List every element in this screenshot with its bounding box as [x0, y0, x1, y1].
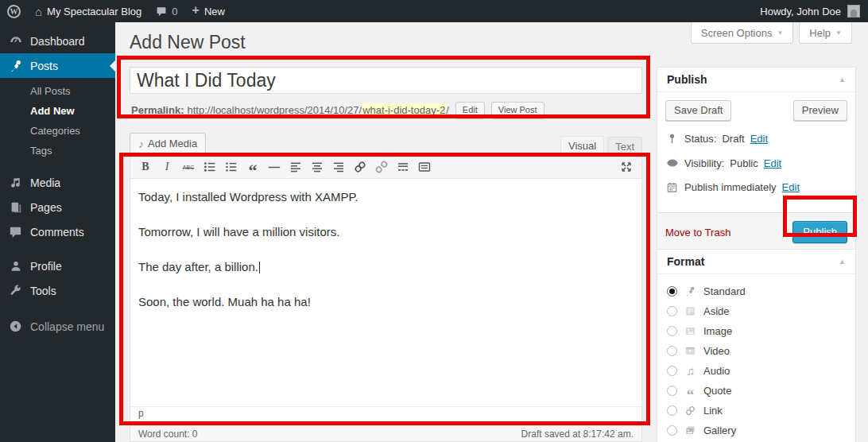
- sidebar-subitem-add-new[interactable]: Add New: [0, 101, 115, 121]
- move-to-trash-link[interactable]: Move to Trash: [665, 227, 730, 238]
- new-content-menu[interactable]: + New: [185, 0, 232, 22]
- home-icon: ⌂: [35, 6, 42, 17]
- italic-icon[interactable]: I: [157, 158, 176, 176]
- link-icon: [684, 405, 697, 417]
- edit-permalink-button[interactable]: Edit: [455, 102, 485, 118]
- sidebar-subitem-categories[interactable]: Categories: [0, 121, 115, 141]
- format-panel: Format ▲ Standard Aside: [657, 249, 856, 442]
- sidebar-subitem-tags[interactable]: Tags: [0, 141, 115, 161]
- radio-link[interactable]: [667, 405, 677, 416]
- sidebar-collapse-menu[interactable]: Collapse menu: [0, 314, 115, 339]
- publish-panel-title: Publish: [667, 73, 707, 86]
- page-title: Add New Post: [130, 32, 246, 53]
- media-icon: ♪: [138, 138, 144, 149]
- screen-options-label: Screen Options: [701, 27, 773, 39]
- radio-aside[interactable]: [667, 306, 677, 316]
- publish-button[interactable]: Publish: [792, 221, 847, 243]
- remove-link-icon[interactable]: [372, 158, 391, 176]
- align-right-icon[interactable]: [329, 158, 348, 176]
- sidebar-item-pages[interactable]: Pages: [0, 195, 115, 219]
- format-option-aside[interactable]: Aside: [667, 301, 846, 321]
- howdy-user[interactable]: Howdy, John Doe: [760, 6, 841, 17]
- edit-status-link[interactable]: Edit: [750, 133, 768, 145]
- sidebar-item-label: Pages: [30, 201, 62, 214]
- format-option-standard[interactable]: Standard: [667, 281, 846, 301]
- add-media-button[interactable]: ♪ Add Media: [130, 133, 206, 154]
- editor-toolbar: B I ABC “ —: [130, 156, 641, 179]
- publish-panel-header[interactable]: Publish ▲: [657, 68, 855, 92]
- radio-quote[interactable]: [667, 386, 677, 396]
- tab-text[interactable]: Text: [607, 137, 642, 156]
- comment-bubble-icon: [8, 225, 23, 238]
- post-status-icon: [665, 133, 679, 145]
- distraction-free-icon[interactable]: [617, 158, 636, 176]
- format-option-audio[interactable]: ♫ Audio: [667, 361, 846, 381]
- edit-schedule-link[interactable]: Edit: [782, 181, 800, 193]
- sidebar-item-tools[interactable]: Tools: [0, 278, 115, 303]
- site-link[interactable]: ⌂ My Spectacular Blog: [28, 0, 149, 22]
- blockquote-icon[interactable]: “: [243, 158, 262, 176]
- comments-shortcut[interactable]: 0: [149, 0, 184, 22]
- save-draft-button[interactable]: Save Draft: [665, 100, 731, 121]
- format-panel-header[interactable]: Format ▲: [657, 250, 855, 274]
- collapse-toggle-icon[interactable]: ▲: [839, 258, 846, 266]
- align-center-icon[interactable]: [308, 158, 327, 176]
- permalink-slug[interactable]: what-i-did-today-2: [362, 103, 446, 117]
- comments-count: 0: [172, 6, 177, 17]
- sidebar-item-dashboard[interactable]: Dashboard: [0, 29, 115, 53]
- edit-visibility-link[interactable]: Edit: [764, 157, 781, 169]
- pushpin-icon: [8, 59, 23, 73]
- sidebar-item-comments[interactable]: Comments: [0, 219, 115, 244]
- audio-icon: ♫: [684, 365, 697, 377]
- insert-more-tag-icon[interactable]: [393, 158, 413, 176]
- admin-bar: W ⌂ My Spectacular Blog 0 + New Howdy, J…: [0, 0, 868, 22]
- permalink-label: Permalink:: [131, 104, 184, 116]
- editor-status-bar: Word count: 0 Draft saved at 8:17:42 am.: [130, 425, 642, 442]
- preview-button[interactable]: Preview: [793, 100, 847, 121]
- new-label: New: [204, 6, 225, 17]
- sidebar-item-media[interactable]: Media: [0, 170, 115, 195]
- text-caret: [259, 262, 260, 273]
- editor-element-path[interactable]: p: [130, 406, 641, 421]
- horizontal-rule-icon[interactable]: —: [265, 158, 284, 176]
- format-option-link[interactable]: Link: [667, 401, 846, 421]
- toolbar-toggle-icon[interactable]: [415, 158, 434, 176]
- radio-image[interactable]: [667, 326, 677, 336]
- bulleted-list-icon[interactable]: [200, 158, 219, 176]
- sidebar-item-posts[interactable]: Posts: [0, 53, 115, 78]
- screen-options-button[interactable]: Screen Options ▼: [691, 22, 794, 44]
- avatar[interactable]: [847, 5, 860, 17]
- post-title-input[interactable]: [130, 67, 642, 94]
- insert-link-icon[interactable]: [351, 158, 370, 176]
- strikethrough-icon[interactable]: ABC: [179, 158, 198, 176]
- eye-icon: [665, 157, 679, 169]
- radio-gallery[interactable]: [667, 425, 677, 436]
- gallery-icon: [684, 425, 697, 436]
- format-option-image[interactable]: Image: [667, 321, 846, 341]
- help-button[interactable]: Help ▼: [799, 22, 852, 44]
- visibility-label: Visibility:: [684, 157, 724, 169]
- editor-content[interactable]: Today, I installed Wordpress with XAMPP.…: [130, 179, 641, 406]
- wordpress-logo-menu[interactable]: W: [0, 0, 28, 22]
- format-option-gallery[interactable]: Gallery: [667, 421, 846, 440]
- radio-standard[interactable]: [667, 286, 677, 297]
- image-icon: [684, 325, 697, 337]
- sidebar-subitem-all-posts[interactable]: All Posts: [0, 81, 115, 101]
- align-left-icon[interactable]: [286, 158, 305, 176]
- format-option-quote[interactable]: “ Quote: [667, 381, 846, 401]
- radio-audio[interactable]: [667, 366, 677, 376]
- comment-bubble-icon: [156, 6, 167, 17]
- aside-icon: [684, 305, 697, 317]
- numbered-list-icon[interactable]: [222, 158, 241, 176]
- pages-icon: [8, 200, 23, 215]
- view-post-button[interactable]: View Post: [491, 102, 544, 118]
- radio-video[interactable]: [667, 346, 677, 356]
- post-editor: B I ABC “ —: [130, 155, 642, 422]
- collapse-toggle-icon[interactable]: ▲: [839, 76, 846, 83]
- sidebar-item-profile[interactable]: Profile: [0, 254, 115, 278]
- collapse-arrow-icon: [8, 320, 23, 333]
- bold-icon[interactable]: B: [136, 158, 155, 176]
- format-option-video[interactable]: Video: [667, 341, 846, 361]
- sidebar-item-label: Comments: [30, 226, 84, 238]
- tab-visual[interactable]: Visual: [560, 136, 604, 157]
